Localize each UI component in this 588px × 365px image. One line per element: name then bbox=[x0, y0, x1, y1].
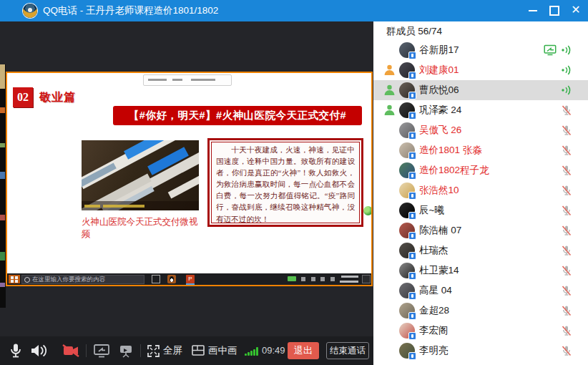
speaking-status[interactable] bbox=[561, 84, 572, 96]
member-row[interactable]: 金超28 bbox=[373, 301, 588, 321]
member-avatar[interactable] bbox=[399, 62, 415, 78]
muted-status[interactable] bbox=[561, 145, 572, 156]
speaker-button[interactable] bbox=[30, 336, 49, 365]
maximize-button[interactable] bbox=[544, 0, 565, 21]
pip-label: 画中画 bbox=[208, 344, 237, 357]
title-bar: QQ电话 - 王丹丹老师课程造价1801/1802 ✕ bbox=[0, 0, 588, 21]
member-avatar[interactable] bbox=[399, 142, 415, 158]
action-center-icon[interactable] bbox=[362, 275, 371, 283]
member-name: 杜瑞杰 bbox=[419, 240, 449, 261]
share-screen-button[interactable] bbox=[93, 336, 110, 365]
member-row[interactable]: 造价1802程子龙 bbox=[373, 160, 588, 180]
mic-muted-icon bbox=[561, 265, 572, 276]
end-call-button[interactable]: 结束通话 bbox=[326, 342, 369, 359]
presence-placeholder bbox=[383, 344, 396, 356]
member-row[interactable]: 造价1801 张淼 bbox=[373, 140, 588, 160]
mobile-device-badge-icon bbox=[408, 252, 416, 260]
member-row[interactable]: 刘建康01 bbox=[373, 60, 588, 80]
member-row[interactable]: 李明亮 bbox=[373, 341, 588, 361]
green-person-status-icon bbox=[383, 104, 396, 116]
member-row[interactable]: 巩泽豪 24 bbox=[373, 100, 588, 120]
speaker-icon bbox=[30, 343, 49, 359]
presentation-slide: 02 敬业篇 【#你好，明天#】#火神山医院今天正式交付# 火神山医 bbox=[7, 73, 371, 273]
muted-status[interactable] bbox=[561, 245, 572, 256]
screen-share-region: 02 敬业篇 【#你好，明天#】#火神山医院今天正式交付# 火神山医 bbox=[6, 72, 373, 286]
qq-call-logo-icon bbox=[23, 4, 37, 18]
qq-taskbar-icon[interactable] bbox=[167, 275, 176, 283]
member-avatar[interactable] bbox=[399, 162, 415, 178]
member-avatar[interactable] bbox=[399, 263, 415, 278]
member-avatar[interactable] bbox=[399, 82, 415, 98]
sharing-and-speaking-status[interactable] bbox=[544, 44, 572, 56]
mobile-device-badge-icon bbox=[408, 232, 416, 240]
camera-off-button[interactable] bbox=[62, 336, 80, 365]
system-tray[interactable] bbox=[285, 275, 358, 283]
powerpoint-taskbar-icon[interactable]: P bbox=[186, 275, 195, 283]
member-sidebar: 群成员 56/74 谷新朋17 刘建康01 曹欣悦06 巩泽豪 24 吴傲飞 2… bbox=[373, 21, 588, 365]
muted-status[interactable] bbox=[561, 104, 572, 116]
microphone-button[interactable] bbox=[9, 336, 23, 365]
member-avatar[interactable] bbox=[399, 102, 415, 118]
member-avatar[interactable] bbox=[399, 203, 415, 218]
mobile-device-badge-icon bbox=[408, 332, 416, 340]
tray-icon bbox=[301, 277, 305, 281]
member-avatar[interactable] bbox=[399, 303, 415, 318]
member-name: 辰~曦 bbox=[419, 200, 444, 220]
muted-status[interactable] bbox=[561, 285, 572, 296]
member-row[interactable]: 张浩然10 bbox=[373, 180, 588, 200]
member-avatar[interactable] bbox=[399, 122, 415, 138]
taskbar-search-box[interactable]: 在这里输入你要搜索的内容 bbox=[21, 275, 144, 284]
member-row[interactable]: 陈浩楠 07 bbox=[373, 220, 588, 240]
quote-paragraph: 十天十夜建成，火速，神速，见证中国速度，诠释中国力量。致敬所有的建设者，你们是真… bbox=[216, 145, 355, 225]
mobile-device-badge-icon bbox=[408, 72, 416, 79]
member-row[interactable]: 曹欣悦06 bbox=[373, 80, 588, 100]
muted-status[interactable] bbox=[561, 205, 572, 216]
fullscreen-label: 全屏 bbox=[163, 344, 182, 357]
member-row[interactable]: 高星 04 bbox=[373, 281, 588, 301]
muted-status[interactable] bbox=[561, 225, 572, 236]
muted-status[interactable] bbox=[561, 165, 572, 176]
slideshow-floating-toolbar[interactable] bbox=[143, 74, 232, 86]
member-row[interactable]: 杜瑞杰 bbox=[373, 240, 588, 261]
muted-status[interactable] bbox=[561, 185, 572, 196]
member-avatar[interactable] bbox=[399, 343, 415, 359]
orange-person-status-icon bbox=[383, 64, 396, 76]
minimize-button[interactable] bbox=[522, 0, 544, 21]
presence-placeholder bbox=[383, 264, 396, 276]
presence-placeholder bbox=[383, 224, 396, 236]
member-avatar[interactable] bbox=[399, 42, 415, 58]
slide-headline-banner: 【#你好，明天#】#火神山医院今天正式交付# bbox=[113, 106, 362, 125]
tray-icon bbox=[320, 277, 325, 281]
speaking-status[interactable] bbox=[561, 64, 572, 76]
fullscreen-button[interactable]: 全屏 bbox=[147, 336, 182, 365]
member-name: 造价1801 张淼 bbox=[419, 140, 482, 160]
floating-assistant-icon[interactable] bbox=[363, 206, 371, 215]
member-avatar[interactable] bbox=[399, 283, 415, 298]
muted-status[interactable] bbox=[561, 265, 572, 276]
exit-button[interactable]: 退出 bbox=[288, 342, 319, 359]
member-avatar[interactable] bbox=[399, 223, 415, 238]
close-button[interactable]: ✕ bbox=[565, 0, 587, 21]
member-row[interactable]: 李宏阁 bbox=[373, 321, 588, 341]
shared-desktop-taskbar: 在这里输入你要搜索的内容 P bbox=[7, 273, 371, 285]
member-row[interactable]: 谷新朋17 bbox=[373, 40, 588, 60]
member-avatar[interactable] bbox=[399, 323, 415, 339]
member-avatar[interactable] bbox=[399, 243, 415, 258]
member-row[interactable]: 吴傲飞 26 bbox=[373, 120, 588, 140]
member-avatar[interactable] bbox=[399, 182, 415, 198]
member-name: 李宏阁 bbox=[419, 321, 449, 341]
member-name: 吴傲飞 26 bbox=[419, 120, 461, 140]
presentation-button[interactable] bbox=[117, 336, 134, 365]
muted-status[interactable] bbox=[561, 125, 572, 136]
member-row[interactable]: 杜卫蒙14 bbox=[373, 261, 588, 281]
mobile-device-badge-icon bbox=[408, 92, 416, 99]
task-view-icon[interactable] bbox=[152, 275, 160, 283]
muted-status[interactable] bbox=[561, 325, 572, 336]
mic-muted-icon bbox=[561, 185, 572, 196]
muted-status[interactable] bbox=[561, 345, 572, 356]
pip-button[interactable]: 画中画 bbox=[192, 336, 237, 365]
muted-status[interactable] bbox=[561, 305, 572, 316]
tray-icon bbox=[330, 277, 335, 281]
start-button[interactable] bbox=[9, 275, 20, 283]
member-row[interactable]: 辰~曦 bbox=[373, 200, 588, 220]
